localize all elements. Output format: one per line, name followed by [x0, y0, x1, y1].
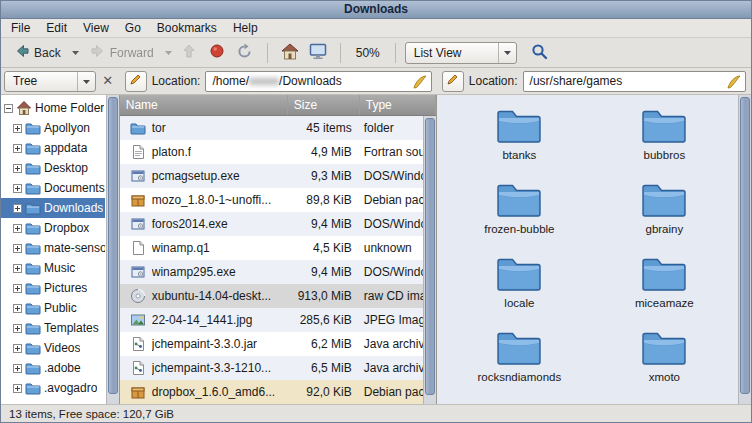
sidebar-item-label: .avogadro — [44, 381, 97, 395]
table-row[interactable]: foros2014.exe9,4 MiBDOS/Windows e — [120, 212, 425, 236]
folder-item-xmoto[interactable]: xmoto — [592, 329, 737, 395]
sidebar-item-label: Videos — [44, 341, 80, 355]
unknown-icon — [130, 240, 146, 256]
sidebar-item-dropbox[interactable]: Dropbox — [1, 218, 105, 238]
file-type: Debian package — [360, 193, 425, 207]
home-icon — [281, 43, 299, 63]
zoom-level[interactable]: 50% — [350, 46, 386, 60]
menu-go[interactable]: Go — [117, 19, 149, 38]
refresh-icon — [236, 43, 253, 63]
right-location-input[interactable]: /usr/share/games — [523, 71, 746, 92]
folder-icon — [25, 180, 41, 196]
file-size: 285,6 KiB — [288, 313, 360, 327]
folder-item-bubbros[interactable]: bubbros — [592, 107, 737, 173]
expand-expander-icon[interactable] — [13, 244, 22, 253]
forward-history-dropdown[interactable] — [163, 42, 174, 63]
sidebar-item-desktop[interactable]: Desktop — [1, 158, 105, 178]
expand-expander-icon[interactable] — [13, 144, 22, 153]
folder-item-locale[interactable]: locale — [447, 255, 592, 321]
scrollbar-thumb[interactable] — [425, 118, 435, 394]
sidebar-item-documents[interactable]: Documents — [1, 178, 105, 198]
folder-item-gbrainy[interactable]: gbrainy — [592, 181, 737, 247]
folder-name: miceamaze — [635, 297, 694, 309]
sidebar-item-videos[interactable]: Videos — [1, 338, 105, 358]
back-history-dropdown[interactable] — [70, 42, 81, 63]
sidebar-item-appdata[interactable]: appdata — [1, 138, 105, 158]
column-header-size[interactable]: Size — [288, 95, 360, 115]
table-row[interactable]: jchempaint-3.3.0.jar6,2 MiBJava archive — [120, 332, 425, 356]
expand-expander-icon[interactable] — [13, 164, 22, 173]
folder-icon — [25, 380, 41, 396]
stop-button[interactable] — [204, 41, 230, 65]
table-row[interactable]: pcmagsetup.exe9,3 MiBDOS/Windows e — [120, 164, 425, 188]
edit-location-button-left[interactable] — [125, 71, 147, 92]
sidebar-item-public[interactable]: Public — [1, 298, 105, 318]
expand-expander-icon[interactable] — [13, 384, 22, 393]
chevron-down-icon — [498, 43, 516, 63]
collapse-expander-icon[interactable] — [4, 104, 13, 113]
sidebar-item-downloads[interactable]: Downloads — [1, 198, 105, 218]
table-row[interactable]: 22-04-14_1441.jpg285,6 KiBJPEG Image — [120, 308, 425, 332]
expand-expander-icon[interactable] — [13, 124, 22, 133]
back-button[interactable]: Back — [7, 39, 68, 66]
forward-button[interactable]: Forward — [83, 39, 161, 66]
close-sidebar-button[interactable]: ✕ — [99, 72, 117, 90]
sidebar-scrollbar[interactable] — [106, 95, 119, 404]
scrollbar-thumb[interactable] — [740, 97, 750, 394]
scrollbar-thumb[interactable] — [108, 97, 118, 394]
sidebar-item-apollyon[interactable]: Apollyon — [1, 118, 105, 138]
folder-item-frozen-bubble[interactable]: frozen-bubble — [447, 181, 592, 247]
folder-icon — [25, 300, 41, 316]
window-titlebar[interactable]: Downloads — [1, 1, 751, 19]
table-row[interactable]: xubuntu-14.04-deskt...913,0 MiBraw CD im… — [120, 284, 425, 308]
menu-view[interactable]: View — [75, 19, 117, 38]
sidebar-item-home-folder[interactable]: Home Folder — [1, 98, 105, 118]
column-header-name[interactable]: Name — [120, 95, 288, 115]
expand-expander-icon[interactable] — [13, 344, 22, 353]
file-name: xubuntu-14.04-deskt... — [152, 289, 271, 303]
search-button[interactable] — [527, 41, 553, 65]
expand-expander-icon[interactable] — [13, 324, 22, 333]
sidebar-item-mate-sensors[interactable]: mate-sensors- — [1, 238, 105, 258]
sidebar-item-avogadro[interactable]: .avogadro — [1, 378, 105, 398]
expand-expander-icon[interactable] — [13, 364, 22, 373]
sidebar-mode-select[interactable]: Tree — [4, 71, 96, 92]
edit-location-button-right[interactable] — [442, 71, 464, 92]
table-row[interactable]: jchempaint-3.3-1210...6,5 MiBJava archiv… — [120, 356, 425, 380]
refresh-button[interactable] — [232, 41, 258, 65]
column-header-type[interactable]: Type — [360, 95, 436, 115]
expand-expander-icon[interactable] — [13, 304, 22, 313]
sidebar-item-music[interactable]: Music — [1, 258, 105, 278]
table-row[interactable]: tor45 itemsfolder — [120, 116, 425, 140]
home-button[interactable] — [277, 41, 303, 65]
expand-expander-icon[interactable] — [13, 264, 22, 273]
menu-bookmarks[interactable]: Bookmarks — [149, 19, 225, 38]
file-list-scrollbar[interactable] — [423, 116, 436, 404]
folder-item-rocksndiamonds[interactable]: rocksndiamonds — [447, 329, 592, 395]
folder-item-btanks[interactable]: btanks — [447, 107, 592, 173]
expand-expander-icon[interactable] — [13, 284, 22, 293]
expand-expander-icon[interactable] — [13, 224, 22, 233]
menu-help[interactable]: Help — [225, 19, 266, 38]
left-location-input[interactable]: /home/xxxxx/Downloads — [205, 71, 431, 92]
computer-button[interactable] — [305, 41, 331, 65]
expand-expander-icon[interactable] — [13, 184, 22, 193]
file-name-cell: dropbox_1.6.0_amd6... — [120, 384, 288, 400]
expand-expander-icon[interactable] — [13, 204, 22, 213]
menu-edit[interactable]: Edit — [38, 19, 75, 38]
menu-file[interactable]: File — [3, 19, 38, 38]
sidebar-item-label: Home Folder — [35, 101, 104, 115]
up-button[interactable] — [176, 41, 202, 65]
sidebar-item-templates[interactable]: Templates — [1, 318, 105, 338]
table-row[interactable]: mozo_1.8.0-1~unoffi...89,8 KiBDebian pac… — [120, 188, 425, 212]
sidebar-item-pictures[interactable]: Pictures — [1, 278, 105, 298]
folder-name: gbrainy — [646, 223, 684, 235]
view-mode-select[interactable]: List View — [405, 42, 517, 64]
sidebar-item-adobe[interactable]: .adobe — [1, 358, 105, 378]
table-row[interactable]: platon.f4,9 MiBFortran source co — [120, 140, 425, 164]
table-row[interactable]: winamp295.exe9,4 MiBDOS/Windows ex — [120, 260, 425, 284]
table-row[interactable]: dropbox_1.6.0_amd6...92,0 KiBDebian pack… — [120, 380, 425, 404]
folder-item-miceamaze[interactable]: miceamaze — [592, 255, 737, 321]
table-row[interactable]: winamp.q14,5 KiBunknown — [120, 236, 425, 260]
icon-view-scrollbar[interactable] — [738, 95, 751, 404]
